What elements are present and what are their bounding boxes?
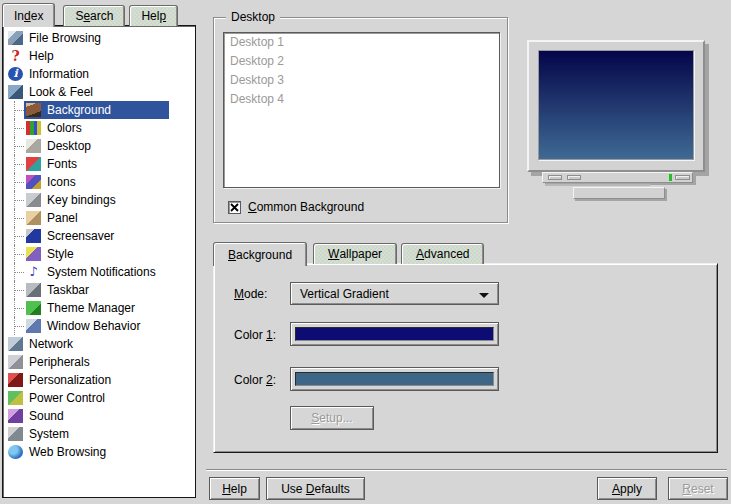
use-defaults-button[interactable]: Use Defaults xyxy=(266,477,365,500)
settings-tabbar: Background Wallpaper Advanced xyxy=(213,240,484,264)
theme-manager-icon xyxy=(26,301,41,315)
sidebar-item-desktop[interactable]: Desktop xyxy=(4,137,194,155)
sidebar-item-web-browsing[interactable]: Web Browsing xyxy=(4,443,194,461)
panel-icon xyxy=(26,211,41,225)
background-icon xyxy=(26,103,41,117)
system-notifications-icon: ♪ xyxy=(26,265,41,279)
information-icon: i xyxy=(8,67,23,81)
monitor-controls xyxy=(542,172,693,183)
sidebar-item-taskbar[interactable]: Taskbar xyxy=(4,281,194,299)
help-icon: ? xyxy=(8,49,23,63)
sidebar-item-style[interactable]: Style xyxy=(4,245,194,263)
sidebar-tabbar: Index Search Help xyxy=(2,2,196,26)
reset-button[interactable]: Reset xyxy=(668,477,728,500)
monitor-button-icon xyxy=(567,175,581,180)
kde-control-center-window: { "colors": { "window_bg": "#d6d6d6", "s… xyxy=(0,0,731,504)
sidebar-item-theme-manager[interactable]: Theme Manager xyxy=(4,299,194,317)
colors-icon xyxy=(26,121,41,135)
peripherals-icon xyxy=(8,355,23,369)
window-behavior-icon xyxy=(26,319,41,333)
sidebar: File Browsing ? Help i Information Look … xyxy=(2,25,196,498)
checkbox-label: Common Background xyxy=(248,200,364,214)
sidebar-item-file-browsing[interactable]: File Browsing xyxy=(4,29,194,47)
sidebar-item-system-notifications[interactable]: ♪ System Notifications xyxy=(4,263,194,281)
sidebar-item-personalization[interactable]: Personalization xyxy=(4,371,194,389)
sidebar-item-information[interactable]: i Information xyxy=(4,65,194,83)
sidebar-item-sound[interactable]: Sound xyxy=(4,407,194,425)
sidebar-item-help[interactable]: ? Help xyxy=(4,47,194,65)
desktop-list-item-4[interactable]: Desktop 4 xyxy=(224,90,499,109)
desktop-list-item-3[interactable]: Desktop 3 xyxy=(224,71,499,90)
sidebar-item-peripherals[interactable]: Peripherals xyxy=(4,353,194,371)
network-icon xyxy=(8,337,23,351)
key-bindings-icon xyxy=(26,193,41,207)
sidebar-tree: File Browsing ? Help i Information Look … xyxy=(4,29,194,461)
mode-label: Mode: xyxy=(234,287,267,301)
sidebar-item-key-bindings[interactable]: Key bindings xyxy=(4,191,194,209)
file-browsing-icon xyxy=(8,31,23,45)
desktop-groupbox: Desktop Desktop 1 Desktop 2 Desktop 3 De… xyxy=(213,17,508,223)
sidebar-item-look-and-feel[interactable]: Look & Feel xyxy=(4,83,194,101)
color2-button[interactable] xyxy=(290,367,499,391)
color2-swatch xyxy=(295,372,494,386)
color1-swatch xyxy=(295,327,494,341)
fonts-icon xyxy=(26,157,41,171)
mode-dropdown-value: Vertical Gradient xyxy=(300,287,389,301)
sidebar-item-screensaver[interactable]: Screensaver xyxy=(4,227,194,245)
desktop-listbox[interactable]: Desktop 1 Desktop 2 Desktop 3 Desktop 4 xyxy=(223,32,500,188)
tab-help[interactable]: Help xyxy=(129,5,178,26)
sidebar-item-power-control[interactable]: Power Control xyxy=(4,389,194,407)
sidebar-item-system[interactable]: System xyxy=(4,425,194,443)
look-and-feel-icon xyxy=(8,85,23,99)
help-button[interactable]: Help xyxy=(209,477,260,500)
footer-separator xyxy=(206,469,727,470)
tab-index[interactable]: Index xyxy=(2,3,55,27)
color2-label: Color 2: xyxy=(234,373,276,387)
preview-screen xyxy=(538,50,694,160)
personalization-icon xyxy=(8,373,23,387)
desktop-list-item-2[interactable]: Desktop 2 xyxy=(224,52,499,71)
background-tab-panel: Mode: Vertical Gradient Color 1: Color 2… xyxy=(213,263,718,453)
sound-icon xyxy=(8,409,23,423)
sidebar-item-icons[interactable]: Icons xyxy=(4,173,194,191)
icons-icon xyxy=(26,175,41,189)
desktop-group-title: Desktop xyxy=(226,10,280,24)
checkbox-checkmark-icon[interactable] xyxy=(228,201,241,214)
setup-button[interactable]: Setup... xyxy=(290,406,374,430)
tab-advanced[interactable]: Advanced xyxy=(401,243,484,264)
screensaver-icon xyxy=(26,229,41,243)
tab-wallpaper[interactable]: Wallpaper xyxy=(313,243,397,264)
sidebar-item-background[interactable]: Background xyxy=(4,101,194,119)
monitor-base xyxy=(573,187,665,199)
desktop-list-item-1[interactable]: Desktop 1 xyxy=(224,33,499,52)
sidebar-item-colors[interactable]: Colors xyxy=(4,119,194,137)
tab-background[interactable]: Background xyxy=(213,242,307,266)
monitor-stand xyxy=(545,184,650,186)
monitor-preview xyxy=(527,40,705,172)
monitor-button-icon xyxy=(548,175,562,180)
color1-label: Color 1: xyxy=(234,328,276,342)
sidebar-item-network[interactable]: Network xyxy=(4,335,194,353)
power-control-icon xyxy=(8,391,23,405)
web-browsing-icon xyxy=(8,445,23,459)
desktop-icon xyxy=(26,139,41,153)
style-icon xyxy=(26,247,41,261)
sidebar-item-window-behavior[interactable]: Window Behavior xyxy=(4,317,194,335)
apply-button[interactable]: Apply xyxy=(597,477,657,500)
power-led-icon xyxy=(669,174,672,181)
chevron-down-icon xyxy=(479,293,489,298)
mode-dropdown[interactable]: Vertical Gradient xyxy=(290,282,499,305)
system-icon xyxy=(8,427,23,441)
color1-button[interactable] xyxy=(290,322,499,346)
common-background-checkbox[interactable]: Common Background xyxy=(228,200,364,214)
monitor-power-button-icon xyxy=(675,175,690,180)
sidebar-item-panel[interactable]: Panel xyxy=(4,209,194,227)
tab-search[interactable]: Search xyxy=(63,5,125,26)
taskbar-icon xyxy=(26,283,41,297)
sidebar-item-fonts[interactable]: Fonts xyxy=(4,155,194,173)
